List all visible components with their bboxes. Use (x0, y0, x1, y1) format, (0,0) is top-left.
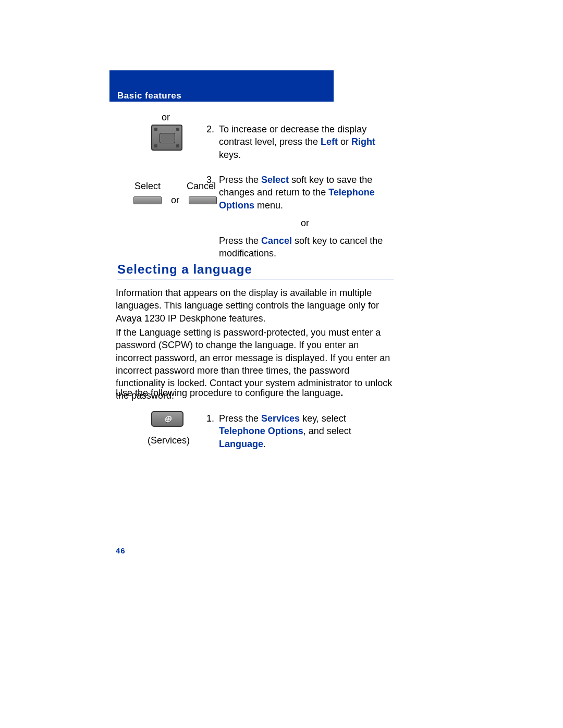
left-key-ref: Left (321, 137, 338, 147)
globe-icon: ⊕ (164, 413, 172, 425)
select-ref: Select (261, 175, 289, 185)
paragraph-3-pre: Use the following procedure to configure… (116, 388, 340, 398)
select-label: Select (134, 181, 161, 192)
softkey-or-label: or (168, 195, 182, 206)
cancel-ref: Cancel (261, 236, 292, 246)
step-2-text-post: keys. (219, 150, 241, 160)
page-number: 46 (116, 546, 126, 555)
step-3-number: 3. (206, 174, 214, 186)
cancel-softkey-icon (189, 196, 217, 204)
step-1-number: 1. (206, 412, 214, 425)
paragraph-1: Information that appears on the display … (116, 287, 397, 325)
step-3: 3. Press the Select soft key to save the… (219, 174, 391, 260)
right-key-ref: Right (351, 137, 375, 147)
services-key-icon: ⊕ (151, 411, 183, 427)
step-1-mid2: , and select (303, 426, 351, 436)
step-3a-pre: Press the (219, 175, 261, 185)
step-3-or: or (219, 217, 391, 229)
services-label: (Services) (148, 435, 190, 446)
navigation-key-icon (151, 125, 182, 151)
section-header: Basic features (117, 91, 181, 101)
language-ref: Language (219, 439, 263, 449)
step-3b-pre: Press the (219, 236, 261, 246)
services-ref: Services (261, 413, 300, 424)
document-page: Basic features or 2. To increase or decr… (0, 0, 563, 728)
step-1-post: . (263, 439, 266, 449)
section-heading: Selecting a language (117, 262, 394, 279)
step-1-mid1: key, select (300, 413, 346, 424)
step-1: 1. Press the Services key, select Teleph… (219, 412, 386, 450)
step-2-text-mid: or (338, 137, 351, 147)
telephone-options-ref-2: Telephone Options (219, 426, 303, 436)
step-3a-post: menu. (254, 200, 283, 211)
paragraph-3: Use the following procedure to configure… (116, 387, 397, 399)
softkey-illustration: Select Cancel or (133, 181, 217, 206)
or-label-top: or (162, 112, 170, 123)
step-1-pre: Press the (219, 413, 261, 424)
step-2-number: 2. (206, 123, 214, 135)
paragraph-3-post: . (340, 388, 343, 398)
select-softkey-icon (133, 196, 162, 204)
step-2: 2. To increase or decrease the display c… (219, 123, 386, 161)
